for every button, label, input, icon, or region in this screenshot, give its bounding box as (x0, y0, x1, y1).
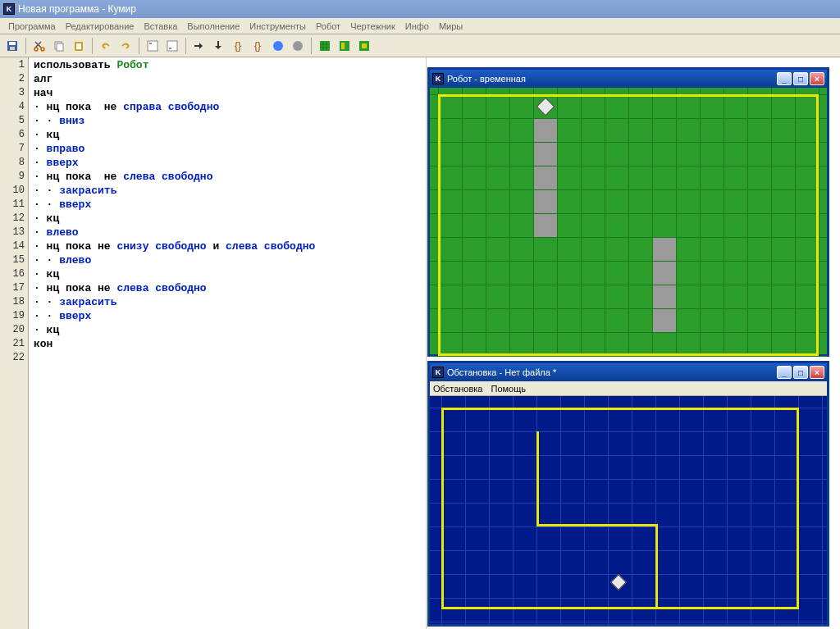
menu-item[interactable]: Помощь (491, 384, 526, 394)
svg-rect-21 (341, 43, 345, 49)
menu-item[interactable]: Редактирование (61, 20, 139, 33)
env-menubar: ОбстановкаПомощь (430, 381, 827, 396)
svg-point-17 (273, 41, 283, 51)
svg-rect-2 (10, 47, 15, 50)
env-canvas[interactable] (430, 396, 827, 624)
menu-item[interactable]: Робот (311, 20, 345, 33)
save-icon[interactable] (3, 37, 21, 55)
menu-item[interactable]: Вставка (139, 20, 182, 33)
grid2-icon[interactable] (336, 37, 354, 55)
svg-text:{}: {} (254, 40, 261, 52)
menu-item[interactable]: Миры (434, 20, 468, 33)
svg-rect-10 (149, 43, 152, 44)
grid1-icon[interactable] (316, 37, 334, 55)
svg-point-4 (41, 48, 44, 51)
wall (441, 408, 799, 410)
svg-rect-23 (362, 43, 367, 48)
run-icon[interactable] (269, 37, 287, 55)
app-icon: K (432, 73, 444, 84)
program-icon[interactable] (144, 37, 162, 55)
app-icon: K (3, 3, 15, 15)
grid3-icon[interactable] (355, 37, 373, 55)
step-over-icon[interactable] (210, 37, 228, 55)
maximize-button[interactable]: □ (793, 366, 808, 379)
env-titlebar[interactable]: K Обстановка - Нет файла * _ □ × (430, 363, 827, 381)
environment-window[interactable]: K Обстановка - Нет файла * _ □ × Обстано… (427, 361, 829, 627)
svg-text:{}: {} (235, 40, 241, 52)
redo-icon[interactable] (116, 37, 135, 55)
close-button[interactable]: × (810, 366, 824, 379)
svg-rect-14 (217, 41, 219, 46)
robot-marker (610, 574, 627, 590)
brace-open-icon[interactable]: {} (230, 37, 248, 55)
svg-rect-13 (194, 45, 199, 47)
execute-icon[interactable] (163, 37, 181, 55)
stop-icon[interactable] (289, 37, 307, 55)
code-area[interactable]: использовать Роботалгнач· нц пока не спр… (29, 57, 426, 629)
menu-item[interactable]: Инфо (400, 20, 434, 33)
close-button[interactable]: × (810, 72, 824, 85)
svg-rect-1 (9, 42, 16, 45)
wall (536, 431, 539, 526)
svg-rect-19 (320, 41, 330, 51)
svg-rect-6 (57, 43, 63, 51)
step-in-icon[interactable] (190, 37, 208, 55)
main-titlebar: K Новая программа - Кумир (0, 0, 840, 18)
svg-point-3 (34, 48, 38, 51)
robot-titlebar[interactable]: K Робот - временная _ □ × (430, 70, 827, 88)
line-gutter: 12345678910111213141516171819202122 (0, 57, 29, 629)
menu-item[interactable]: Программа (3, 20, 61, 33)
main-toolbar: {} {} (0, 34, 840, 57)
robot-canvas[interactable] (430, 88, 827, 354)
paste-icon[interactable] (70, 37, 88, 55)
copy-icon[interactable] (50, 37, 68, 55)
wall (441, 408, 444, 609)
wall (441, 607, 799, 609)
svg-rect-9 (148, 41, 158, 51)
wall (536, 524, 658, 526)
brace-close-icon[interactable]: {} (249, 37, 267, 55)
menu-item[interactable]: Выполнение (182, 20, 244, 33)
menu-item[interactable]: Чертежник (345, 20, 400, 33)
minimize-button[interactable]: _ (777, 72, 792, 85)
svg-rect-8 (76, 43, 81, 49)
main-title: Новая программа - Кумир (18, 3, 136, 15)
cut-icon[interactable] (30, 37, 48, 55)
main-menubar: ПрограммаРедактированиеВставкаВыполнение… (0, 18, 840, 34)
app-icon: K (432, 367, 444, 378)
svg-rect-11 (167, 41, 177, 51)
workspace: 12345678910111213141516171819202122 испо… (0, 57, 840, 629)
svg-point-18 (293, 41, 303, 51)
robot-window[interactable]: K Робот - временная _ □ × (427, 67, 829, 357)
env-window-title: Обстановка - Нет файла * (447, 367, 777, 377)
minimize-button[interactable]: _ (777, 366, 792, 379)
menu-item[interactable]: Обстановка (433, 384, 482, 394)
wall (655, 524, 658, 608)
svg-rect-12 (169, 48, 171, 49)
undo-icon[interactable] (97, 37, 115, 55)
maximize-button[interactable]: □ (793, 72, 808, 85)
code-editor[interactable]: 12345678910111213141516171819202122 испо… (0, 57, 427, 629)
menu-item[interactable]: Инструменты (244, 20, 311, 33)
wall (797, 408, 799, 609)
robot-window-title: Робот - временная (447, 74, 777, 84)
